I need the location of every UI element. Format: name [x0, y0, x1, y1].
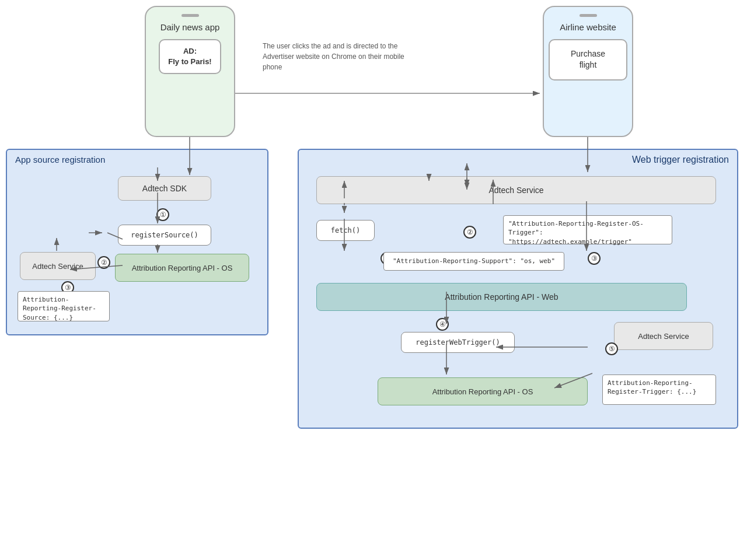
web-trigger-title: Web trigger registration: [632, 155, 729, 165]
register-source-box: registerSource(): [118, 225, 211, 246]
attribution-api-os-web-box: Attribution Reporting API - OS: [378, 377, 588, 405]
fetch-box: fetch(): [316, 220, 375, 241]
app-source-box: App source registration Adtech SDK ① reg…: [6, 149, 268, 335]
airline-title: Airline website: [560, 22, 616, 33]
step1-circle: ①: [156, 208, 169, 221]
daily-news-title: Daily news app: [160, 22, 220, 33]
purchase-text: Purchase flight: [571, 49, 605, 70]
app-source-title: App source registration: [15, 155, 105, 164]
attribution-code-app-box: Attribution-Reporting-Register- Source: …: [18, 291, 110, 321]
attribution-api-os-app-box: Attribution Reporting API - OS: [115, 254, 249, 282]
step3-web-circle: ③: [588, 252, 601, 265]
adtech-service-app-box: Adtech Service: [20, 252, 96, 280]
attribution-support-box: "Attribution-Reporting-Support": "os, we…: [383, 252, 564, 271]
step2-circle: ②: [97, 256, 110, 269]
register-web-trigger-box: registerWebTrigger(): [401, 332, 515, 353]
step5-web-circle: ⑤: [605, 342, 618, 355]
ad-box: AD: Fly to Paris!: [159, 39, 221, 74]
web-trigger-box: Web trigger registration Adtech Service …: [298, 149, 738, 429]
adtech-service-web-top: Adtech Service: [316, 176, 716, 204]
airline-phone: Airline website Purchase flight: [543, 6, 633, 137]
annotation-text: The user clicks the ad and is directed t…: [263, 41, 420, 72]
register-trigger-code-box: Attribution-Reporting- Register-Trigger:…: [602, 374, 716, 405]
ad-label: AD:: [183, 47, 197, 55]
phone-speaker: [181, 14, 199, 17]
diagram: Daily news app AD: Fly to Paris! Airline…: [0, 0, 747, 560]
ad-text: Fly to Paris!: [168, 57, 211, 66]
adtech-sdk-box: Adtech SDK: [118, 176, 211, 201]
attribution-api-web-box: Attribution Reporting API - Web: [316, 283, 687, 311]
step4-web-circle: ④: [436, 318, 449, 331]
os-trigger-box: "Attribution-Reporting-Register-OS-Trigg…: [503, 215, 672, 244]
daily-news-phone: Daily news app AD: Fly to Paris!: [145, 6, 235, 137]
purchase-box: Purchase flight: [549, 39, 627, 80]
step2-web-circle: ②: [463, 226, 476, 239]
airline-phone-speaker: [580, 14, 597, 17]
adtech-service-web-right: Adtech Service: [614, 322, 713, 350]
